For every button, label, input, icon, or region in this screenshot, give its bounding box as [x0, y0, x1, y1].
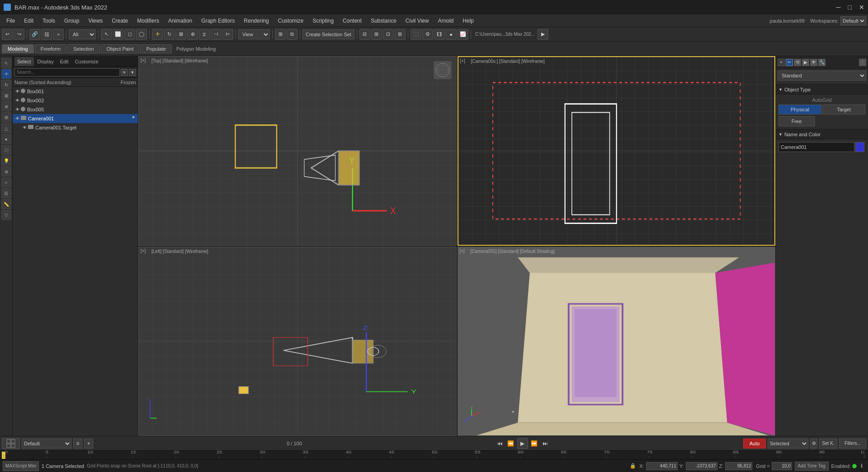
- name-color-header[interactable]: Name and Color: [776, 129, 868, 139]
- scale-button[interactable]: ⊠: [175, 29, 186, 40]
- mirror-button[interactable]: ⊣: [211, 29, 222, 40]
- animation-default-dropdown[interactable]: Default: [22, 439, 71, 448]
- scene-search-input[interactable]: [14, 68, 120, 76]
- object-properties-tool[interactable]: ⊞: [1, 112, 11, 122]
- modify-panel-icon[interactable]: ✏: [786, 59, 793, 66]
- y-input[interactable]: [686, 462, 717, 470]
- rotate-button[interactable]: ↻: [164, 29, 175, 40]
- visibility-icon[interactable]: 👁: [14, 89, 20, 94]
- unlink-button[interactable]: ⛓: [41, 29, 52, 40]
- link-button[interactable]: 🔗: [29, 29, 40, 40]
- maxscript-mini-button[interactable]: MAXScript Mini: [3, 461, 39, 471]
- menu-rendering[interactable]: Rendering: [239, 16, 273, 26]
- lasso-button[interactable]: ◻: [124, 29, 135, 40]
- render-settings-button[interactable]: ⚙: [422, 29, 433, 40]
- helper-tool[interactable]: ⊕: [1, 167, 11, 176]
- timeline-ruler[interactable]: 0 5 10 15 20 25 30 35 40: [0, 450, 868, 459]
- list-item[interactable]: 👁 Box002: [13, 96, 138, 105]
- grid-button[interactable]: ⊞: [395, 29, 406, 40]
- light-tool[interactable]: 💡: [1, 156, 11, 166]
- utility-panel-icon[interactable]: 🔧: [818, 59, 826, 66]
- bind-button[interactable]: ≈: [53, 29, 64, 40]
- visibility-icon[interactable]: 👁: [14, 98, 20, 103]
- named-sets-button[interactable]: ⊟: [359, 29, 370, 40]
- place-button[interactable]: ⊕: [187, 29, 198, 40]
- viewport-top[interactable]: [+] [Top] [Standard] [Wireframe]: [138, 56, 457, 246]
- key-settings-button[interactable]: ⚙: [810, 439, 817, 448]
- place-tool[interactable]: ⊕: [1, 101, 11, 111]
- add-layer-icon[interactable]: +: [84, 439, 93, 448]
- select-tool[interactable]: ↖: [1, 58, 11, 68]
- add-time-tag-button[interactable]: Add Time Tag: [795, 462, 829, 471]
- menu-customize[interactable]: Customize: [274, 16, 308, 26]
- list-item[interactable]: 👁 Box001: [13, 87, 138, 96]
- path-button[interactable]: ▶: [538, 29, 548, 40]
- layer-button[interactable]: ⊞: [371, 29, 382, 40]
- scene-explorer-button[interactable]: ⊡: [383, 29, 394, 40]
- menu-content[interactable]: Content: [338, 16, 366, 26]
- menu-tools[interactable]: Tools: [38, 16, 60, 26]
- tab-selection[interactable]: Selection: [67, 44, 99, 53]
- material-tool[interactable]: ●: [1, 134, 11, 144]
- lock-icon[interactable]: 🔒: [629, 462, 637, 470]
- visibility-icon[interactable]: 👁: [14, 116, 20, 121]
- scene-filter-button[interactable]: ▼: [129, 69, 136, 76]
- viewport-corner-top[interactable]: [+]: [141, 58, 146, 63]
- menu-civil-view[interactable]: Civil View: [401, 16, 434, 26]
- tab-modeling[interactable]: Modeling: [2, 44, 34, 53]
- x-input[interactable]: [646, 462, 678, 470]
- curve-editor-button[interactable]: 📈: [458, 29, 468, 40]
- prev-frame-button[interactable]: ⏪: [506, 439, 515, 448]
- viewport-config[interactable]: ⧉: [287, 29, 297, 40]
- tab-populate[interactable]: Populate: [140, 44, 171, 53]
- physical-button[interactable]: Physical: [778, 105, 821, 114]
- hierarchy-panel-icon[interactable]: ⟲: [794, 59, 801, 66]
- grid-input[interactable]: [772, 462, 792, 470]
- minimize-button[interactable]: ─: [836, 4, 841, 11]
- workspace-dropdown[interactable]: Default: [840, 16, 866, 25]
- filter-dropdown[interactable]: All: [69, 29, 96, 39]
- align-button[interactable]: ⊨: [222, 29, 233, 40]
- next-frame-button[interactable]: ⏩: [530, 439, 539, 448]
- enabled-info-icon[interactable]: ℹ: [858, 462, 865, 470]
- viewport-toggle[interactable]: ⊞: [275, 29, 286, 40]
- menu-help[interactable]: Help: [458, 16, 478, 26]
- menu-modifiers[interactable]: Modifiers: [132, 16, 164, 26]
- paint-select-button[interactable]: ◯: [136, 29, 147, 40]
- create-panel-icon[interactable]: +: [778, 59, 785, 66]
- selected-dropdown[interactable]: Selected: [768, 439, 808, 448]
- object-name-input[interactable]: [778, 142, 854, 152]
- material-editor-button[interactable]: ●: [446, 29, 457, 40]
- undo-button[interactable]: ↩: [2, 29, 13, 40]
- layer-tool[interactable]: ☰: [1, 188, 11, 198]
- rotate-tool[interactable]: ↻: [1, 80, 11, 90]
- viewport-corner-perspective[interactable]: [+]: [460, 248, 465, 253]
- menu-views[interactable]: Views: [84, 16, 107, 26]
- menu-animation[interactable]: Animation: [164, 16, 197, 26]
- filter-tool[interactable]: ▽: [1, 210, 11, 220]
- render-frame-button[interactable]: 🎞: [434, 29, 445, 40]
- goto-end-button[interactable]: ⏭: [541, 439, 550, 448]
- tab-customize[interactable]: Customize: [72, 57, 101, 66]
- polygon-tool[interactable]: △: [1, 123, 11, 133]
- standard-dropdown[interactable]: Standard: [778, 71, 866, 81]
- list-item[interactable]: 👁 Camera001: [13, 114, 138, 123]
- motion-panel-icon[interactable]: ▶: [802, 59, 809, 66]
- auto-key-button[interactable]: Auto: [743, 439, 766, 448]
- panel-options-icon[interactable]: ⋮: [859, 59, 866, 66]
- maximize-button[interactable]: □: [848, 4, 852, 11]
- close-button[interactable]: ✕: [859, 4, 864, 11]
- camera-tool[interactable]: 🎥: [1, 145, 11, 155]
- menu-create[interactable]: Create: [107, 16, 132, 26]
- display-panel-icon[interactable]: 👁: [810, 59, 817, 66]
- select-region-button[interactable]: ⬜: [113, 29, 123, 40]
- play-button[interactable]: ▶: [517, 438, 528, 449]
- viewport-camera[interactable]: [+] [Camera00s:] [Standard] [Wireframe]: [458, 56, 776, 246]
- set-key-button[interactable]: Set K.: [819, 439, 837, 448]
- visibility-icon[interactable]: 👁: [22, 125, 27, 130]
- tab-object-paint[interactable]: Object Paint: [101, 44, 140, 53]
- viewport-corner-camera[interactable]: [+]: [460, 58, 465, 63]
- menu-file[interactable]: File: [2, 16, 19, 26]
- tab-edit[interactable]: Edit: [57, 57, 71, 66]
- view-dropdown[interactable]: View: [238, 29, 270, 39]
